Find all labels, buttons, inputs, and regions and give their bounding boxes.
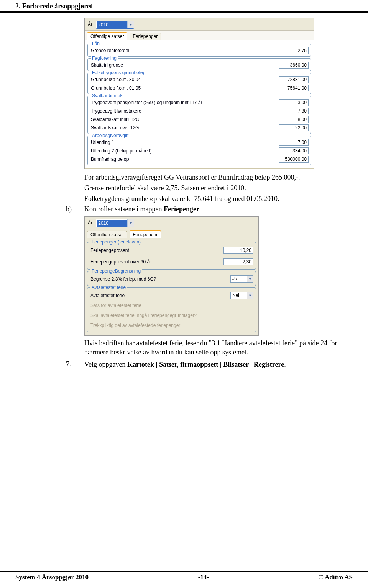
group-legend: FeriepengeBegrensning — [90, 268, 142, 274]
avtalefestet-select[interactable]: Nei ▼ — [230, 292, 253, 299]
list-item-content: Kontroller satsene i mappen Feriepenger. — [84, 205, 337, 214]
field-label-disabled: Trekkpliktig del av avtalefestede feriep… — [90, 323, 253, 328]
field-label: Bunnfradrag beløp — [91, 157, 279, 162]
field-label: Feriepengeprosent — [90, 248, 223, 253]
grunnbelop-3004-input[interactable] — [279, 76, 309, 83]
ar-label: År — [88, 22, 92, 27]
screenshot-feriepenger: År 2010 ▼ Offentlige satser Feriepenger … — [84, 216, 259, 336]
text: Velg oppgaven — [84, 361, 127, 368]
field-label: Skattefri grense — [91, 62, 279, 68]
tab-offentlige-satser[interactable]: Offentlige satser — [87, 231, 127, 238]
group-svalbard: Svalbardinntekt Trygdeavgift pensjoniste… — [87, 96, 311, 134]
field-label: Utlending 1 — [91, 140, 279, 145]
list-number: 7. — [66, 360, 84, 369]
bold-text: Kartotek | Satser, firmaoppsett | Bilsat… — [127, 361, 284, 368]
group-feriepenge-begrensning: FeriepengeBegrensning Begrense 2,3% feri… — [87, 271, 256, 286]
field-label: Trygdeavgift lønnstakere — [91, 108, 279, 114]
section-header: 2. Forberede årsoppgjøret — [0, 0, 368, 13]
chevron-down-icon: ▼ — [247, 276, 253, 282]
group-avtalefestet-ferie: Avtalefestet ferie Avtalefestet ferie Ne… — [87, 287, 256, 332]
paragraph: Folketrygdens grunnbeløp skal være kr 75… — [84, 194, 337, 204]
text: . — [199, 205, 201, 213]
group-feriepenger-lov: Feriepenger (ferieloven) Feriepengeprose… — [87, 242, 256, 270]
group-legend: Feriepenger (ferieloven) — [90, 239, 142, 245]
footer-center: -14- — [198, 573, 209, 581]
utlending2-input[interactable] — [279, 147, 309, 154]
tab-feriepenger[interactable]: Feriepenger — [130, 33, 161, 40]
field-label: Trygdeavgift pensjonister (>69 ) og ungd… — [91, 100, 279, 105]
group-legend: Folketrygdens grunnbeløp — [91, 70, 146, 75]
ar-label: År — [88, 220, 92, 225]
group-legend: Svalbardinntekt — [91, 93, 125, 98]
group-legend: Fagforening — [91, 56, 118, 61]
list-content: Velg oppgaven Kartotek | Satser, firmaop… — [84, 360, 337, 369]
ar-select[interactable]: 2010 ▼ — [96, 21, 134, 29]
skattefri-grense-input[interactable] — [279, 62, 309, 69]
trygdeavgift-lonn-input[interactable] — [279, 108, 309, 114]
text: . — [284, 361, 286, 368]
body-paragraphs: For arbeidsgiveravgiftsregel GG Veitrans… — [84, 173, 337, 203]
ar-select[interactable]: 2010 ▼ — [96, 219, 134, 227]
screenshot-offentlige-satser: År 2010 ▼ Offentlige satser Feriepenger … — [84, 18, 314, 169]
svalbardskatt-over-input[interactable] — [279, 124, 309, 131]
bunnfradrag-input[interactable] — [279, 156, 309, 163]
field-label-disabled: Skal avtalefestet ferie inngå i feriepen… — [90, 313, 253, 318]
paragraph: Hvis bedriften har avtalefestet ferie, l… — [84, 339, 337, 357]
group-legend: Lån — [91, 41, 101, 46]
page-footer: System 4 Årsoppgjør 2010 -14- © Aditro A… — [0, 571, 368, 581]
field-label: Grunnbeløp t.o.m. 30.04 — [91, 77, 279, 82]
paragraph: Grense rentefordel skal være 2,75. Satse… — [84, 184, 337, 193]
field-label: Begrense 2,3% feriep. med 6G? — [90, 276, 230, 282]
group-legend: Avtalefestet ferie — [90, 285, 127, 290]
grunnbelop-0105-input[interactable] — [279, 85, 309, 91]
group-fagforening: Fagforening Skattefri grense — [87, 58, 311, 71]
grense-rentefordel-input[interactable] — [279, 47, 309, 54]
group-arbeidsgiveravgift: Arbeidsgiveravgift Utlending 1 Utlending… — [87, 136, 311, 165]
svalbardskatt-inntil-input[interactable] — [279, 116, 309, 123]
chevron-down-icon: ▼ — [247, 292, 253, 299]
feriepengeprosent-60-input[interactable] — [223, 258, 253, 265]
field-label: Svalbardskatt inntil 12G — [91, 117, 279, 122]
field-label-disabled: Sats for avtalefestet ferie — [90, 303, 253, 308]
list-item-marker: b) — [66, 205, 84, 214]
chevron-down-icon: ▼ — [127, 219, 134, 227]
feriepengeprosent-input[interactable] — [223, 247, 253, 254]
chevron-down-icon: ▼ — [127, 21, 134, 28]
footer-left: System 4 Årsoppgjør 2010 — [15, 573, 89, 581]
tab-offentlige-satser[interactable]: Offentlige satser — [87, 32, 127, 40]
field-label: Feriepengeprosent over 60 år — [90, 259, 223, 265]
footer-right: © Aditro AS — [319, 573, 353, 581]
group-folketrygd: Folketrygdens grunnbeløp Grunnbeløp t.o.… — [87, 73, 311, 94]
text: Kontroller satsene i mappen — [84, 205, 164, 213]
field-label: Grense rentefordel — [91, 48, 279, 53]
field-label: Svalbardskatt over 12G — [91, 125, 279, 131]
begrense-select[interactable]: Ja ▼ — [230, 275, 253, 283]
field-label: Grunnbeløp f.o.m. 01.05 — [91, 85, 279, 91]
trygdeavgift-pensj-input[interactable] — [279, 99, 309, 106]
field-label: Utlending 2 (beløp pr. måned) — [91, 148, 279, 154]
group-lan: Lån Grense rentefordel — [87, 44, 311, 57]
bold-text: Feriepenger — [164, 205, 199, 213]
paragraph: For arbeidsgiveravgiftsregel GG Veitrans… — [84, 173, 337, 182]
utlending1-input[interactable] — [279, 139, 309, 146]
field-label: Avtalefestet ferie — [90, 293, 230, 298]
tab-feriepenger[interactable]: Feriepenger — [130, 230, 161, 238]
group-legend: Arbeidsgiveravgift — [91, 133, 130, 138]
